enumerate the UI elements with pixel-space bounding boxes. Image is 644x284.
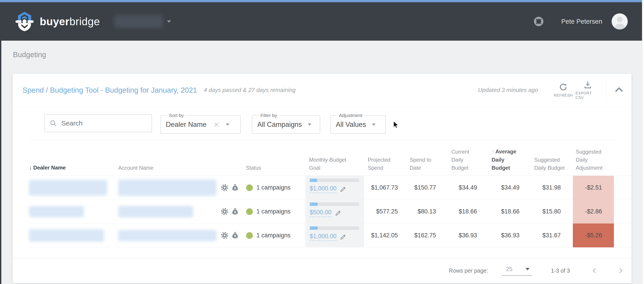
column-header-suggested-daily-budget[interactable]: Suggested Daily Budget <box>524 156 566 175</box>
account-name-redacted[interactable] <box>118 230 216 241</box>
column-header-account-name[interactable]: Account Name <box>118 164 220 175</box>
column-header-monthly-budget-goal[interactable]: Monthly Budget Goal <box>305 156 364 175</box>
settings-gear-icon[interactable] <box>220 231 229 239</box>
suggested-daily-adjustment-cell: -$2.86 <box>573 200 614 223</box>
average-daily-budget-cell: $36.93 <box>482 232 524 239</box>
next-page-button[interactable] <box>617 267 624 274</box>
svg-text:$: $ <box>234 234 236 238</box>
budget-progress-fill <box>310 226 318 230</box>
sort-by-select[interactable]: Sort by Dealer Name <box>160 113 241 134</box>
column-header-projected-spend[interactable]: Projected Spend <box>364 156 402 175</box>
export-csv-button[interactable]: EXPORT CSV <box>576 80 600 100</box>
column-header-current-daily-budget[interactable]: Current Daily Budget <box>441 148 482 175</box>
rows-per-page-label: Rows per page: <box>449 267 488 274</box>
average-daily-budget-cell: $34.49 <box>482 184 524 191</box>
search-icon <box>49 119 57 127</box>
rows-per-page-select[interactable]: 25 <box>502 266 532 276</box>
dealer-name-redacted[interactable] <box>29 206 84 217</box>
sort-asc-icon: ↑ <box>492 148 494 155</box>
current-daily-budget-cell: $36.93 <box>441 232 482 239</box>
column-header-suggested-daily-adjustment[interactable]: Suggested Daily Adjustment <box>573 148 614 175</box>
budgeting-panel: Spend / Budgeting Tool - Budgeting for J… <box>13 74 632 283</box>
help-lifering-icon[interactable] <box>534 16 544 27</box>
column-header-status[interactable]: Status <box>240 164 305 175</box>
buyerbridge-logo-icon <box>14 11 35 32</box>
svg-text:$: $ <box>234 186 236 190</box>
clear-sort-icon[interactable] <box>213 121 220 128</box>
money-bag-icon[interactable]: $ <box>231 231 239 239</box>
account-name-redacted[interactable] <box>118 179 216 196</box>
suggested-daily-budget-cell: $31.98 <box>524 184 566 191</box>
table-row: $ 1 campaigns $500.00 $577.25 $80.13 $18… <box>29 200 632 223</box>
column-header-spend-to-date[interactable]: Spend to Date <box>402 156 441 175</box>
column-header-average-daily-budget[interactable]: ↑Average Daily Budget <box>482 147 524 175</box>
sort-by-caret-icon[interactable] <box>226 123 230 126</box>
spend-to-date-cell: $150.77 <box>402 184 441 191</box>
current-daily-budget-cell: $18.66 <box>441 208 482 215</box>
account-switcher-redacted[interactable] <box>114 15 163 28</box>
suggested-daily-adjustment-cell: -$2.51 <box>573 176 614 200</box>
filter-by-value: All Campaigns <box>257 121 302 129</box>
header-divider <box>606 78 606 102</box>
column-header-dealer-name[interactable]: ↓Dealer Name <box>29 163 118 175</box>
user-avatar[interactable] <box>612 14 628 30</box>
panel-title: Spend / Budgeting Tool - Budgeting for J… <box>22 86 197 94</box>
navbar: buyerbridge Pete Petersen <box>0 2 642 41</box>
column-header-actions <box>220 172 240 175</box>
edit-pencil-icon[interactable] <box>340 233 347 240</box>
previous-page-button[interactable] <box>591 267 598 274</box>
edit-pencil-icon[interactable] <box>335 209 342 217</box>
last-updated-text: Updated 3 minutes ago <box>478 87 538 94</box>
projected-spend-cell: $1,067.73 <box>364 184 402 191</box>
dealer-name-redacted[interactable] <box>29 180 107 196</box>
scrollbar-track[interactable] <box>642 0 644 284</box>
budget-goal-link[interactable]: $1,000.00 <box>310 185 336 193</box>
adjustment-select[interactable]: Adjustment All Values <box>330 113 386 134</box>
edit-pencil-icon[interactable] <box>340 185 347 193</box>
status-text: 1 campaigns <box>256 208 290 215</box>
user-name[interactable]: Pete Petersen <box>561 18 602 25</box>
filters-bar: Sort by Dealer Name Filter by All Campai… <box>13 107 632 140</box>
chevron-up-icon <box>613 84 625 96</box>
table-header-row: ↓Dealer Name Account Name Status Monthly… <box>29 140 632 176</box>
sort-by-label: Sort by <box>167 113 186 118</box>
refresh-label: REFRESH <box>554 93 572 98</box>
budget-table: ↓Dealer Name Account Name Status Monthly… <box>13 140 632 247</box>
row-actions: $ <box>220 231 240 239</box>
collapse-panel-button[interactable] <box>613 84 626 96</box>
projected-spend-cell: $577.25 <box>364 208 402 215</box>
brand-logo[interactable]: buyerbridge <box>14 11 100 32</box>
monthly-budget-goal-cell: $1,000.00 <box>305 223 364 247</box>
refresh-button[interactable]: REFRESH <box>551 82 576 98</box>
settings-gear-icon[interactable] <box>220 183 229 192</box>
adjustment-caret-icon[interactable] <box>372 123 376 126</box>
pagination-range: 1-3 of 3 <box>551 267 570 274</box>
top-accent-bar <box>0 0 642 2</box>
filter-by-select[interactable]: Filter by All Campaigns <box>252 113 320 134</box>
rows-per-page-value: 25 <box>506 266 512 272</box>
money-bag-icon[interactable]: $ <box>231 207 239 216</box>
search-box[interactable] <box>44 114 152 132</box>
avatar-person-icon <box>612 14 628 30</box>
settings-gear-icon[interactable] <box>220 207 229 216</box>
search-input[interactable] <box>61 119 147 127</box>
status-text: 1 campaigns <box>256 232 290 239</box>
dealer-name-redacted[interactable] <box>29 229 104 242</box>
refresh-icon <box>558 82 568 92</box>
budget-goal-link[interactable]: $1,000.00 <box>310 233 336 241</box>
adjustment-label: Adjustment <box>337 113 364 118</box>
filter-by-label: Filter by <box>259 113 279 118</box>
brand-wordmark: buyerbridge <box>40 16 100 28</box>
filter-by-caret-icon[interactable] <box>308 123 311 126</box>
budget-progress-fill <box>310 202 318 206</box>
breadcrumb: Budgeting <box>13 51 46 59</box>
budget-goal-link[interactable]: $500.00 <box>310 209 332 217</box>
suggested-daily-budget-cell: $31.67 <box>524 232 566 239</box>
spend-to-date-cell: $80.13 <box>402 208 441 215</box>
current-daily-budget-cell: $34.49 <box>441 184 482 191</box>
account-switcher-caret-icon[interactable] <box>167 20 171 23</box>
money-bag-icon[interactable]: $ <box>231 183 239 192</box>
dealer-name-cell <box>29 229 118 242</box>
account-name-redacted[interactable] <box>118 206 193 217</box>
row-actions: $ <box>220 183 240 192</box>
